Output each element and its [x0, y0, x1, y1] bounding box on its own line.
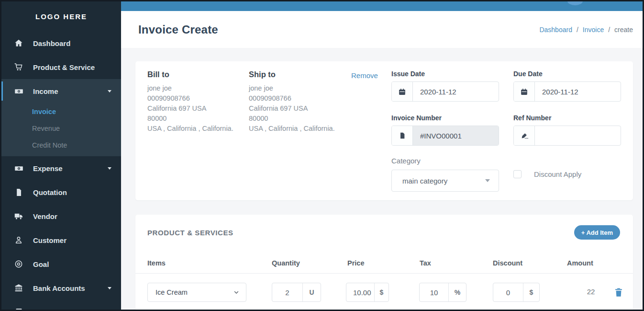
breadcrumb-dashboard[interactable]: Dashboard: [539, 26, 572, 34]
discount-unit: $: [523, 283, 539, 301]
target-icon: [13, 258, 24, 270]
quantity-unit: U: [302, 283, 321, 301]
bank-icon: [13, 282, 24, 294]
col-header-items: Items: [147, 259, 166, 267]
issue-date-label: Issue Date: [391, 70, 499, 78]
discount-input[interactable]: [493, 283, 523, 301]
ship-to-heading: Ship to: [249, 70, 347, 79]
sidebar-item-expense[interactable]: Expense: [1, 156, 121, 180]
price-unit: $: [374, 283, 389, 301]
sidebar-item-income[interactable]: Income: [1, 79, 121, 103]
sidebar-item-label: Income: [33, 87, 104, 95]
ship-to-block: Ship to jone joe 00090908766 California …: [249, 70, 347, 134]
add-item-button[interactable]: + Add Item: [574, 225, 620, 240]
sidebar-item-bank-accounts[interactable]: Bank Accounts: [1, 276, 121, 300]
chevron-down-icon: [108, 287, 111, 289]
sidebar-item-vendor[interactable]: Vendor: [1, 204, 121, 228]
logo: LOGO HERE: [1, 1, 121, 31]
price-input[interactable]: [346, 283, 374, 301]
tax-group: %: [419, 283, 466, 302]
banknote-icon: [13, 85, 24, 97]
due-date-input[interactable]: [535, 82, 621, 101]
submenu-item-label: Revenue: [32, 125, 60, 132]
sidebar-item-revenue[interactable]: Revenue: [1, 120, 121, 137]
invoice-number-field: Invoice Number: [391, 114, 499, 146]
person-icon: [13, 234, 24, 246]
quantity-group: U: [272, 283, 321, 302]
invoice-number-label: Invoice Number: [391, 114, 499, 122]
sidebar-item-label: Product & Service: [33, 63, 111, 71]
sidebar-item-assets[interactable]: Assets: [1, 300, 121, 311]
sidebar-item-quotation[interactable]: Quotation: [1, 180, 121, 204]
ref-number-input[interactable]: [535, 126, 621, 145]
sidebar-item-label: Quotation: [33, 188, 111, 196]
category-label: Category: [391, 157, 499, 165]
sidebar-item-credit-note[interactable]: Credit Note: [1, 137, 121, 153]
products-section-title: PRODUCT & SERVICES: [147, 229, 233, 237]
chevron-down-icon: [108, 167, 111, 170]
address-line: USA , California , California.: [147, 124, 245, 134]
address-line: 80000: [249, 114, 347, 124]
breadcrumb-invoice[interactable]: Invoice: [583, 26, 604, 34]
topbar: [121, 1, 644, 11]
sidebar-item-label: Goal: [33, 260, 111, 268]
issue-date-input[interactable]: [413, 82, 499, 101]
tax-input[interactable]: [420, 283, 448, 301]
calendar-icon: [514, 82, 535, 101]
breadcrumb-separator: /: [608, 26, 610, 34]
breadcrumb: Dashboard / Invoice / create: [539, 26, 633, 34]
breadcrumb-separator: /: [577, 26, 578, 34]
topbar-notch: [567, 1, 583, 5]
sidebar-item-label: Expense: [33, 164, 104, 173]
calculator-icon: [13, 306, 24, 311]
products-card: PRODUCT & SERVICES + Add Item Items Quan…: [135, 215, 633, 311]
trash-icon[interactable]: [614, 287, 623, 298]
page-title: Invoice Create: [138, 23, 218, 36]
invoice-number-input[interactable]: [413, 126, 499, 145]
signature-icon: [514, 126, 535, 145]
cart-icon: [13, 61, 24, 73]
ref-number-label: Ref Number: [513, 114, 621, 122]
calendar-icon: [392, 82, 413, 101]
chevron-down-icon: [108, 90, 111, 92]
chevron-down-icon: [233, 289, 239, 295]
active-accent-bar: [1, 81, 3, 101]
sidebar-item-customer[interactable]: Customer: [1, 228, 121, 252]
issue-date-field: Issue Date: [391, 70, 499, 102]
sidebar-item-product-service[interactable]: Product & Service: [1, 55, 121, 79]
address-line: USA , California , California.: [249, 124, 347, 134]
sidebar-item-label: Bank Accounts: [33, 284, 104, 292]
col-header-quantity: Quantity: [272, 259, 300, 267]
bill-to-heading: Bill to: [147, 70, 245, 79]
remove-link[interactable]: Remove: [351, 71, 378, 80]
discount-group: $: [493, 283, 540, 302]
address-line: 00090908766: [249, 93, 347, 104]
item-select[interactable]: Ice Cream: [147, 283, 246, 302]
submenu-item-label: Invoice: [32, 108, 56, 115]
discount-apply-checkbox[interactable]: [513, 170, 522, 178]
sidebar-item-label: Dashboard: [33, 39, 111, 47]
sidebar-item-dashboard[interactable]: Dashboard: [1, 31, 121, 55]
address-line: California 697 USA: [249, 104, 347, 114]
address-line: jone joe: [249, 83, 347, 93]
item-selected-value: Ice Cream: [155, 288, 188, 296]
col-header-tax: Tax: [420, 259, 431, 267]
sidebar-item-goal[interactable]: Goal: [1, 252, 121, 276]
sidebar-item-label: Vendor: [33, 212, 111, 220]
address-line: 00090908766: [147, 93, 245, 104]
due-date-label: Due Date: [513, 70, 621, 78]
submenu-item-label: Credit Note: [32, 141, 67, 149]
quantity-input[interactable]: [272, 283, 302, 301]
address-line: 80000: [147, 114, 245, 124]
tax-unit-percent-icon: %: [448, 283, 466, 301]
address-line: California 697 USA: [147, 104, 245, 114]
truck-icon: [13, 210, 24, 222]
invoice-details-card: Bill to jone joe 00090908766 California …: [135, 61, 633, 200]
chevron-down-icon: [485, 179, 490, 182]
category-select[interactable]: main category: [391, 170, 499, 192]
price-group: $: [346, 283, 389, 302]
document-icon: [392, 126, 413, 145]
sidebar-item-invoice[interactable]: Invoice: [1, 103, 121, 120]
category-field: Category main category: [391, 157, 499, 192]
discount-apply-label: Discount Apply: [534, 170, 581, 178]
